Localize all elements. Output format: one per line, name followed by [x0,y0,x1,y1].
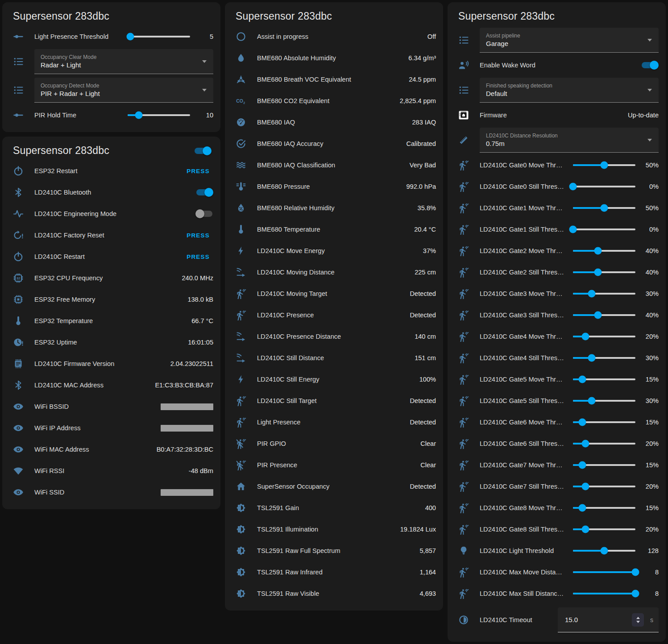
slider-knob[interactable] [569,226,577,233]
toggle-ld2410c-bluetooth[interactable] [196,189,212,195]
slider-track[interactable] [573,164,635,166]
select-assist-pipeline[interactable]: Assist pipelineGarage [480,28,659,53]
slider-knob[interactable] [135,112,143,119]
slider-knob[interactable] [588,397,596,405]
select-occupancy-clear-mode[interactable]: Occupancy Clear ModeRadar + Light [34,49,213,74]
slider-knob[interactable] [588,354,596,362]
slider-ld2410c-gate7-still-thres[interactable] [573,481,635,492]
row-pir-gpio: PIR GPIOClear [232,433,436,454]
slider-pir-hold-time[interactable] [128,110,190,120]
motion-sensor-icon [455,331,474,342]
slider-ld2410c-gate8-move-thr[interactable] [573,503,635,513]
slider-knob[interactable] [582,483,589,490]
press-button-ld2410c-restart[interactable]: PRESS [183,251,213,263]
toggle-enable-wake-word[interactable] [642,62,658,68]
slider-knob[interactable] [632,569,639,576]
toggle-knob[interactable] [650,61,659,70]
toggle-knob[interactable] [204,188,213,197]
slider-track[interactable] [573,528,635,530]
slider-ld2410c-gate0-still-thres[interactable] [573,181,635,192]
slider-ld2410c-gate7-move-thr[interactable] [573,460,635,470]
press-button-ld2410c-factory-reset[interactable]: PRESS [183,229,213,241]
row-assist-pipeline: Assist pipelineGarage [455,26,659,54]
slider-track[interactable] [573,593,635,594]
molecule-icon [232,74,252,85]
row-value: 37% [418,247,436,254]
slider-ld2410c-gate2-still-thres[interactable] [573,267,635,278]
slider-ld2410c-gate1-still-thres[interactable] [573,224,635,235]
slider-knob[interactable] [579,419,586,426]
slider-track[interactable] [573,207,635,209]
slider-track[interactable] [573,421,635,423]
slider-ld2410c-gate5-still-thres[interactable] [573,395,635,406]
number-field-ld2410c-timeout[interactable]: 15.0s [558,607,659,632]
slider-ld2410c-gate6-move-thr[interactable] [573,417,635,428]
press-button-esp32-restart[interactable]: PRESS [183,165,213,177]
row-ld2410c-gate6-move-thr: LD2410C Gate6 Move Thr…15% [455,411,659,433]
slider-knob[interactable] [601,162,608,169]
slider-track[interactable] [573,486,635,487]
slider-ld2410c-gate2-move-thr[interactable] [573,245,635,256]
motion-sensor-icon [455,503,474,513]
number-value[interactable]: 15.0 [565,616,632,623]
slider-track[interactable] [573,293,635,295]
slider-knob[interactable] [594,247,602,255]
toggle-ld2410c-engineering-mode[interactable] [196,211,212,217]
slider-track[interactable] [573,571,635,573]
slider-track[interactable] [573,271,635,273]
chevron-up-icon[interactable] [636,617,640,619]
toggle-knob[interactable] [195,209,204,218]
slider-knob[interactable] [632,590,639,598]
slider-track[interactable] [573,229,635,230]
slider-track[interactable] [573,443,635,445]
card-header-toggle[interactable] [195,148,211,154]
slider-ld2410c-gate3-move-thr[interactable] [573,288,635,299]
toggle-knob[interactable] [203,146,212,155]
slider-track[interactable] [573,507,635,509]
select-finished-speaking-detection[interactable]: Finished speaking detectionDefault [480,78,659,103]
slider-knob[interactable] [569,183,577,191]
slider-ld2410c-gate8-still-thres[interactable] [573,524,635,535]
slider-value: 40% [636,312,659,319]
slider-ld2410c-gate4-move-thr[interactable] [573,331,635,342]
slider-knob[interactable] [582,526,589,533]
select-value: PIR + Radar + Light [41,90,195,97]
slider-ld2410c-gate6-still-thres[interactable] [573,438,635,449]
slider-knob[interactable] [579,504,586,512]
slider-knob[interactable] [594,269,602,276]
slider-track[interactable] [573,336,635,337]
slider-knob[interactable] [579,461,586,469]
slider-ld2410c-gate3-still-thres[interactable] [573,310,635,320]
slider-value: 50% [636,162,659,169]
slider-knob[interactable] [582,333,589,341]
slider-knob[interactable] [594,312,602,319]
slider-knob[interactable] [579,376,586,383]
slider-track[interactable] [573,314,635,316]
slider-track[interactable] [573,378,635,380]
slider-track[interactable] [128,114,190,116]
slider-ld2410c-gate4-still-thres[interactable] [573,353,635,363]
slider-track[interactable] [128,36,190,37]
slider-ld2410c-max-still-distanc[interactable] [573,588,635,599]
select-ld2410c-distance-resolution[interactable]: LD2410C Distance Resolution0.75m [480,128,659,153]
slider-track[interactable] [573,550,635,552]
slider-track[interactable] [573,250,635,252]
slider-track[interactable] [573,464,635,466]
slider-knob[interactable] [126,33,134,41]
slider-track[interactable] [573,186,635,187]
slider-ld2410c-gate5-move-thr[interactable] [573,374,635,385]
slider-knob[interactable] [588,290,596,298]
slider-track[interactable] [573,400,635,402]
slider-ld2410c-gate1-move-thr[interactable] [573,203,635,213]
slider-ld2410c-light-threshold[interactable] [573,545,635,556]
slider-ld2410c-max-move-dista[interactable] [573,567,635,578]
slider-ld2410c-gate0-move-thr[interactable] [573,160,635,170]
slider-knob[interactable] [582,440,589,448]
slider-knob[interactable] [601,204,608,212]
slider-light-presence-threshold[interactable] [128,31,190,42]
select-occupancy-detect-mode[interactable]: Occupancy Detect ModePIR + Radar + Light [34,78,213,103]
slider-track[interactable] [573,357,635,359]
slider-knob[interactable] [601,547,608,555]
chevron-down-icon[interactable] [636,621,640,623]
stepper-buttons[interactable] [632,613,644,627]
